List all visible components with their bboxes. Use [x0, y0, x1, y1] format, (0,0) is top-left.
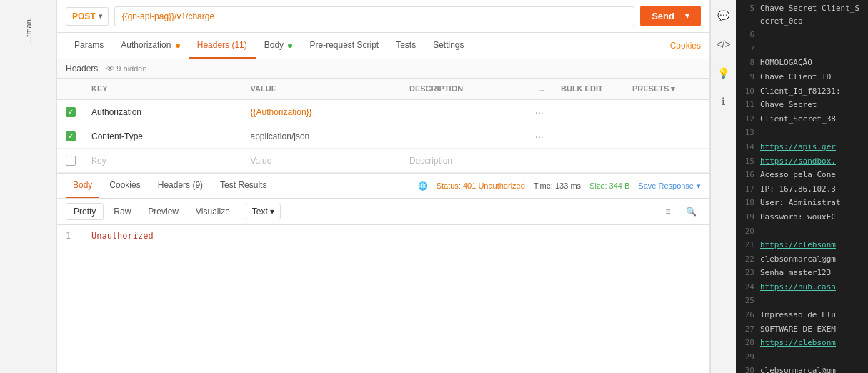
tab-headers[interactable]: Headers (11)	[189, 33, 256, 59]
code-line: 12 Client_Secret_38	[736, 112, 868, 126]
row2-value[interactable]: application/json	[248, 131, 407, 141]
sidebar-label: ...tman...	[24, 13, 33, 44]
save-response-chevron-icon: ▾	[697, 181, 701, 191]
col-presets[interactable]: Presets ▾	[629, 81, 701, 96]
link-15[interactable]: https://sandbox.	[760, 156, 836, 166]
code-line: 13	[736, 126, 868, 140]
table-row: ✓ Content-Type application/json ···	[57, 124, 709, 149]
row2-key[interactable]: Content-Type	[89, 131, 248, 141]
code-line: 7	[736, 42, 868, 56]
url-input[interactable]	[114, 6, 635, 26]
send-button[interactable]: Send ▾	[640, 6, 701, 26]
code-line: 28 https://clebsonm	[736, 336, 868, 350]
method-value: POST	[72, 11, 96, 21]
save-response-button[interactable]: Save Response ▾	[638, 181, 701, 191]
col-checkbox	[66, 81, 89, 96]
row2-checkbox[interactable]: ✓	[66, 131, 76, 141]
tab-settings[interactable]: Settings	[424, 33, 472, 59]
response-tab-body[interactable]: Body	[66, 174, 99, 198]
row3-value[interactable]: Value	[248, 156, 407, 166]
search-response-icon[interactable]: 🔍	[681, 202, 701, 222]
main-content: POST ▾ Send ▾ Params Authorization Heade…	[57, 0, 710, 373]
method-chevron-icon: ▾	[99, 12, 102, 20]
tab-tests[interactable]: Tests	[387, 33, 424, 59]
row3-key[interactable]: Key	[89, 156, 248, 166]
send-dropdown-icon[interactable]: ▾	[679, 11, 689, 21]
code-line: 14 https://apis.ger	[736, 140, 868, 154]
format-pretty-button[interactable]: Pretty	[66, 203, 104, 220]
code-line: 23 Senha master123	[736, 266, 868, 280]
format-preview-button[interactable]: Preview	[141, 204, 186, 219]
code-line: 20	[736, 224, 868, 239]
tab-params[interactable]: Params	[66, 33, 112, 59]
code-line: 22 clebsonmarcal@gm	[736, 252, 868, 267]
format-raw-button[interactable]: Raw	[106, 204, 138, 219]
table-row: ✓ Authorization {{Authorization}} ···	[57, 100, 709, 124]
tab-authorization[interactable]: Authorization	[112, 33, 188, 59]
globe-icon: 🌐	[418, 181, 428, 191]
row1-more-icon[interactable]: ···	[535, 106, 558, 118]
link-24[interactable]: https://hub.casa	[760, 282, 836, 292]
code-line: 21 https://clebsonm	[736, 238, 868, 252]
link-14[interactable]: https://apis.ger	[760, 142, 836, 151]
comment-icon[interactable]: 💬	[714, 6, 734, 26]
code-line: 25	[736, 294, 868, 308]
response-tab-test-results[interactable]: Test Results	[213, 174, 274, 198]
code-line: 6	[736, 28, 868, 42]
col-description: DESCRIPTION	[406, 81, 535, 96]
subheader-label: Headers	[66, 64, 98, 74]
col-bulk-edit[interactable]: Bulk Edit	[558, 81, 629, 96]
line-numbers: 1	[66, 231, 80, 367]
headers-table: KEY VALUE DESCRIPTION ... Bulk Edit Pres…	[57, 79, 709, 173]
row3-checkbox[interactable]	[66, 156, 76, 166]
col-key: KEY	[89, 81, 248, 96]
col-value: VALUE	[248, 81, 407, 96]
row2-checkbox-cell: ✓	[66, 131, 89, 141]
tab-pre-request-script[interactable]: Pre-request Script	[301, 33, 387, 59]
right-icons-panel: 💬 </> 💡 ℹ	[710, 0, 736, 373]
code-line: 27 SOFTWARE DE EXEM	[736, 322, 868, 337]
info-icon[interactable]: ℹ	[714, 91, 734, 111]
code-line: 9 Chave Client ID	[736, 70, 868, 84]
code-line: 30 clebsonmarcal@gm	[736, 364, 868, 373]
col-dots: ...	[535, 81, 558, 96]
code-line: 26 Impressão de Flu	[736, 308, 868, 322]
row1-checkbox-cell: ✓	[66, 107, 89, 117]
right-sidebar-code: 5 Chave Secret Client_Secret_0co 6 7 8 H…	[736, 0, 868, 373]
code-line: 19 Password: wouxEC	[736, 210, 868, 224]
code-line: 24 https://hub.casa	[736, 280, 868, 294]
response-toolbar: Pretty Raw Preview Visualize Text ▾ ≡ 🔍	[57, 199, 709, 225]
eye-icon: 👁	[106, 64, 114, 73]
code-line: 29	[736, 350, 868, 364]
request-tabs-bar: Params Authorization Headers (11) Body P…	[57, 33, 709, 59]
tab-body[interactable]: Body	[256, 33, 301, 59]
row1-checkbox[interactable]: ✓	[66, 107, 76, 117]
row1-key[interactable]: Authorization	[89, 107, 248, 117]
format-visualize-button[interactable]: Visualize	[189, 204, 237, 219]
row3-description[interactable]: Description	[406, 156, 535, 166]
wrap-lines-icon[interactable]: ≡	[658, 202, 678, 222]
hidden-count: 9 hidden	[116, 64, 146, 73]
link-21[interactable]: https://clebsonm	[760, 240, 836, 249]
response-meta: 🌐 Status: 401 Unauthorized Time: 133 ms …	[418, 181, 701, 191]
text-type-chevron-icon: ▾	[270, 207, 274, 217]
bulb-icon[interactable]: 💡	[714, 63, 734, 83]
response-tabs-bar: Body Cookies Headers (9) Test Results 🌐 …	[57, 174, 709, 199]
method-select[interactable]: POST ▾	[66, 7, 109, 26]
response-tab-headers[interactable]: Headers (9)	[151, 174, 210, 198]
response-tab-cookies[interactable]: Cookies	[102, 174, 147, 198]
link-28[interactable]: https://clebsonm	[760, 338, 836, 347]
code-line: 18 User: Administrat	[736, 196, 868, 210]
text-type-select[interactable]: Text ▾	[246, 204, 281, 219]
code-line: 16 Acesso pela Cone	[736, 168, 868, 182]
headers-subbar: Headers 👁 9 hidden	[57, 59, 709, 79]
code-line: 15 https://sandbox.	[736, 154, 868, 169]
code-line: 10 Client_Id_f81231:	[736, 84, 868, 99]
cookies-link[interactable]: Cookies	[670, 41, 701, 51]
code-line: 8 HOMOLOGAÇÃO	[736, 56, 868, 70]
response-body: 1 Unauthorized	[57, 225, 709, 373]
row1-value[interactable]: {{Authorization}}	[248, 107, 407, 117]
row2-more-icon[interactable]: ···	[535, 131, 558, 142]
size-badge: Size: 344 B	[589, 181, 629, 190]
code-icon[interactable]: </>	[714, 34, 734, 54]
